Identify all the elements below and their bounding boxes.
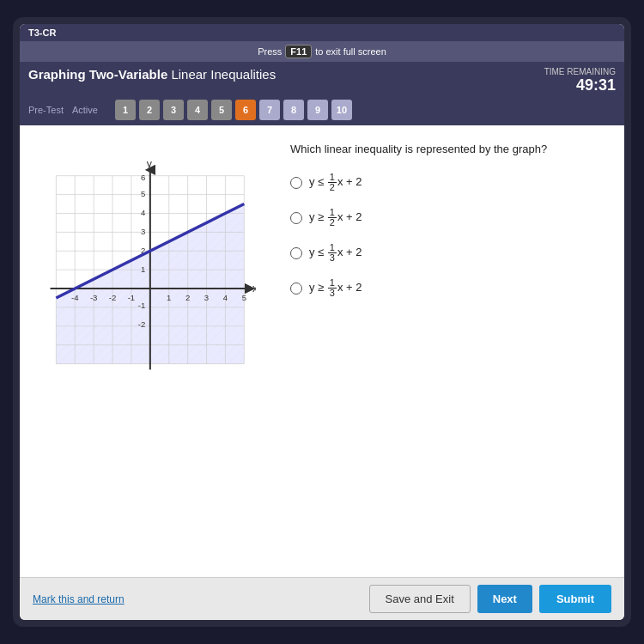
active-label: Active: [72, 105, 98, 115]
q-num-4[interactable]: 4: [187, 100, 208, 120]
question-area: Which linear inequality is represented b…: [290, 138, 611, 564]
svg-text:2: 2: [185, 293, 190, 302]
svg-text:3: 3: [141, 227, 145, 236]
top-bar-label: T3-CR: [28, 27, 56, 38]
screen: T3-CR Press F11 to exit full screen Grap…: [20, 24, 624, 620]
svg-text:-2: -2: [138, 319, 146, 329]
radio-c[interactable]: [290, 247, 302, 259]
time-value: 49:31: [544, 76, 616, 94]
svg-text:4: 4: [223, 293, 228, 302]
y-axis-label: y: [147, 158, 153, 170]
exit-text: to exit full screen: [315, 46, 386, 57]
x-axis-label: x: [252, 283, 256, 295]
monitor: T3-CR Press F11 to exit full screen Grap…: [13, 17, 631, 627]
f11-key: F11: [285, 45, 312, 58]
q-num-10[interactable]: 10: [331, 100, 352, 120]
notif-bar: Press F11 to exit full screen: [20, 41, 624, 62]
q-num-2[interactable]: 2: [139, 100, 160, 120]
question-text: Which linear inequality is represented b…: [290, 143, 611, 155]
choice-d-text: y ≥ 13x + 2: [309, 278, 362, 298]
save-exit-button[interactable]: Save and Exit: [369, 585, 471, 613]
svg-text:1: 1: [141, 264, 145, 274]
svg-text:1: 1: [167, 293, 171, 302]
q-num-1[interactable]: 1: [115, 100, 136, 120]
q-num-8[interactable]: 8: [283, 100, 304, 120]
choice-a-text: y ≤ 12x + 2: [309, 173, 362, 192]
q-num-5[interactable]: 5: [211, 100, 232, 120]
choice-b[interactable]: y ≥ 12x + 2: [290, 208, 611, 228]
radio-a[interactable]: [290, 177, 302, 189]
mark-return-link[interactable]: Mark this and return: [33, 593, 125, 605]
choice-a[interactable]: y ≤ 12x + 2: [290, 173, 611, 192]
svg-text:-1: -1: [138, 301, 146, 310]
choice-c[interactable]: y ≤ 13x + 2: [290, 243, 611, 263]
radio-d[interactable]: [290, 283, 302, 295]
q-num-3[interactable]: 3: [163, 100, 184, 120]
svg-text:5: 5: [242, 293, 246, 302]
top-bar: T3-CR: [20, 24, 624, 41]
svg-text:-3: -3: [90, 293, 98, 302]
svg-text:-2: -2: [109, 293, 117, 302]
sub-header: Pre-Test Active 1 2 3 4 5 6 7 8 9 10: [20, 98, 624, 125]
footer: Mark this and return Save and Exit Next …: [20, 577, 624, 620]
submit-button[interactable]: Submit: [539, 585, 611, 613]
question-numbers: 1 2 3 4 5 6 7 8 9 10: [115, 100, 352, 120]
choice-b-text: y ≥ 12x + 2: [309, 208, 362, 228]
main-content: -4 -3 -2 -1 1 2 3 4 5 -2 -1 1: [20, 125, 624, 577]
svg-text:6: 6: [141, 173, 145, 182]
graph-area: -4 -3 -2 -1 1 2 3 4 5 -2 -1 1: [33, 138, 273, 564]
svg-text:-4: -4: [71, 293, 79, 302]
time-remaining: TIME REMAINING 49:31: [544, 67, 616, 94]
time-label: TIME REMAINING: [544, 67, 616, 76]
press-text: Press: [258, 46, 282, 57]
q-num-6[interactable]: 6: [235, 100, 256, 120]
q-num-7[interactable]: 7: [259, 100, 280, 120]
choice-c-text: y ≤ 13x + 2: [309, 243, 362, 263]
svg-text:5: 5: [141, 189, 145, 198]
graph-svg: -4 -3 -2 -1 1 2 3 4 5 -2 -1 1: [33, 138, 256, 413]
svg-text:-1: -1: [128, 293, 136, 302]
svg-text:4: 4: [141, 208, 146, 217]
title-normal: Linear Inequalities: [171, 67, 276, 82]
q-num-9[interactable]: 9: [307, 100, 328, 120]
radio-b[interactable]: [290, 212, 302, 224]
header: Graphing Two-Variable Linear Inequalitie…: [20, 62, 624, 98]
next-button[interactable]: Next: [477, 585, 532, 613]
footer-buttons: Save and Exit Next Submit: [369, 585, 611, 613]
choice-d[interactable]: y ≥ 13x + 2: [290, 278, 611, 298]
title-bold: Graphing Two-Variable: [28, 67, 167, 82]
page-title: Graphing Two-Variable Linear Inequalitie…: [28, 67, 276, 82]
pre-test-label: Pre-Test: [28, 105, 64, 115]
svg-text:3: 3: [204, 293, 209, 302]
